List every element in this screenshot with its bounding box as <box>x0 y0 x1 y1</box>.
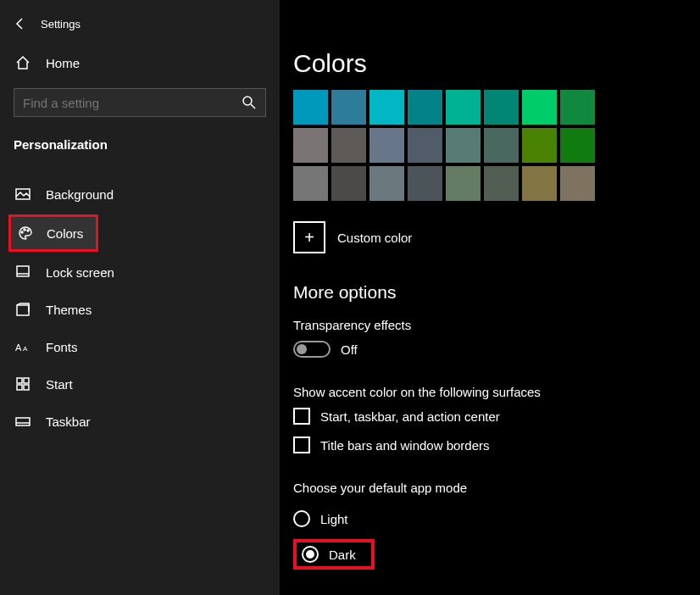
color-swatch[interactable] <box>560 90 595 125</box>
transparency-label: Transparency effects <box>293 318 683 332</box>
color-swatch[interactable] <box>293 166 328 201</box>
nav-colors-highlight: Colors <box>8 214 98 252</box>
radio-icon <box>293 510 310 527</box>
color-swatch[interactable] <box>446 128 481 163</box>
back-arrow-icon <box>14 17 27 31</box>
checkbox-label: Start, taskbar, and action center <box>320 409 500 424</box>
svg-rect-9 <box>17 378 22 383</box>
search-icon <box>242 95 257 110</box>
app-mode-label: Choose your default app mode <box>293 481 683 495</box>
content-pane: Colors + Custom color More options Trans… <box>280 0 700 595</box>
more-options-heading: More options <box>293 282 683 303</box>
color-swatch[interactable] <box>331 90 366 125</box>
checkbox-label: Title bars and window borders <box>320 438 490 453</box>
home-nav[interactable]: Home <box>0 46 280 80</box>
fonts-icon: AA <box>15 339 31 354</box>
svg-text:A: A <box>15 342 22 353</box>
nav-list: Background Colors Lock screen Themes <box>0 175 280 440</box>
color-swatch[interactable] <box>522 90 557 125</box>
search-box[interactable] <box>14 88 266 117</box>
themes-icon <box>15 302 31 317</box>
accent-surfaces-label: Show accent color on the following surfa… <box>293 385 683 399</box>
color-swatch[interactable] <box>560 128 595 163</box>
nav-label: Colors <box>47 226 83 241</box>
palette-icon <box>18 225 33 241</box>
color-swatch[interactable] <box>560 166 595 201</box>
color-swatch[interactable] <box>484 166 519 201</box>
start-icon <box>15 376 31 392</box>
svg-point-0 <box>243 97 252 105</box>
nav-label: Start <box>46 377 73 392</box>
nav-themes[interactable]: Themes <box>0 291 280 328</box>
nav-lock-screen[interactable]: Lock screen <box>0 253 280 291</box>
transparency-toggle[interactable] <box>293 341 331 358</box>
svg-rect-13 <box>16 418 30 425</box>
radio-label: Light <box>320 512 348 526</box>
color-swatch[interactable] <box>484 90 519 125</box>
plus-icon: + <box>304 229 314 246</box>
lock-screen-icon <box>15 264 31 280</box>
checkbox-title-bars[interactable] <box>293 437 310 453</box>
radio-light[interactable]: Light <box>293 503 683 534</box>
nav-fonts[interactable]: AA Fonts <box>0 328 280 365</box>
svg-text:A: A <box>23 345 28 353</box>
radio-dark-highlight: Dark <box>293 539 375 570</box>
section-title: Personalization <box>0 122 280 160</box>
nav-colors[interactable]: Colors <box>11 217 96 249</box>
color-swatch[interactable] <box>408 128 442 163</box>
svg-point-3 <box>24 229 25 231</box>
page-title: Colors <box>293 49 683 78</box>
color-swatch[interactable] <box>369 128 404 163</box>
custom-color-button[interactable]: + <box>293 221 325 253</box>
color-swatch[interactable] <box>331 166 366 201</box>
color-swatch[interactable] <box>446 90 481 125</box>
svg-rect-12 <box>24 385 29 390</box>
color-swatch[interactable] <box>484 128 519 163</box>
nav-label: Lock screen <box>46 265 114 280</box>
svg-rect-10 <box>24 378 29 383</box>
color-swatch[interactable] <box>369 90 404 125</box>
nav-start[interactable]: Start <box>0 365 280 403</box>
color-swatch[interactable] <box>522 166 557 201</box>
svg-rect-6 <box>17 305 29 315</box>
sidebar: Settings Home Personalization Background… <box>0 0 280 595</box>
nav-label: Fonts <box>46 340 78 354</box>
nav-taskbar[interactable]: Taskbar <box>0 403 280 440</box>
radio-dark[interactable]: Dark <box>302 546 356 563</box>
svg-rect-5 <box>17 266 29 276</box>
checkbox-start-taskbar[interactable] <box>293 408 310 425</box>
nav-label: Taskbar <box>46 414 91 429</box>
custom-color-label: Custom color <box>337 231 412 245</box>
home-label: Home <box>46 56 80 70</box>
svg-point-2 <box>21 231 23 233</box>
nav-background[interactable]: Background <box>0 175 280 213</box>
nav-label: Themes <box>46 303 92 317</box>
radio-icon-selected <box>302 546 319 563</box>
app-title: Settings <box>41 18 81 31</box>
color-swatch[interactable] <box>522 128 557 163</box>
svg-point-4 <box>27 230 29 231</box>
search-input[interactable] <box>23 96 242 110</box>
taskbar-icon <box>15 414 31 429</box>
color-swatch[interactable] <box>408 166 442 201</box>
radio-label: Dark <box>329 548 356 562</box>
color-swatch[interactable] <box>293 90 328 125</box>
color-swatch[interactable] <box>331 128 366 163</box>
svg-rect-11 <box>17 385 22 390</box>
color-swatch[interactable] <box>293 128 328 163</box>
picture-icon <box>15 186 31 202</box>
back-button[interactable] <box>0 17 41 31</box>
color-swatch[interactable] <box>446 166 481 201</box>
color-swatch[interactable] <box>408 90 442 125</box>
nav-label: Background <box>46 187 114 202</box>
transparency-value: Off <box>341 342 358 357</box>
color-swatch[interactable] <box>369 166 404 201</box>
color-swatch-grid <box>293 90 683 201</box>
home-icon <box>15 55 31 70</box>
